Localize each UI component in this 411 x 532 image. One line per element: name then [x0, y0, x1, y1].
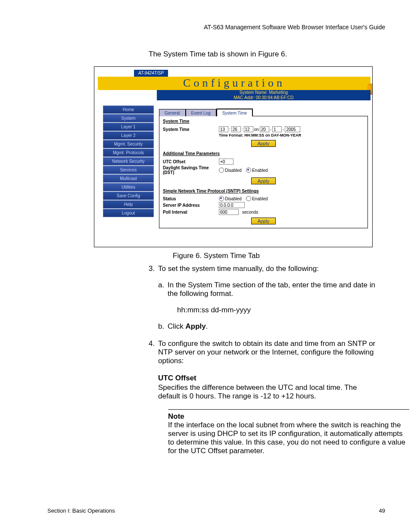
- system-info-bar: System Name: Marketing MAC Addr: 00:30:8…: [157, 90, 371, 100]
- apply-button-sntp[interactable]: Apply: [251, 218, 276, 224]
- intro-text: The System Time tab is shown in Figure 6…: [149, 50, 381, 59]
- time-hh-input[interactable]: [219, 126, 228, 132]
- sntp-enabled-label: Enabled: [252, 196, 268, 201]
- poll-interval-label: Poll Interval: [163, 210, 219, 215]
- nav-network-security[interactable]: Network Security: [103, 157, 154, 165]
- step3a-text: In the System Time section of the tab, e…: [168, 281, 381, 298]
- guide-header: AT-S63 Management Software Web Browser I…: [47, 24, 385, 31]
- step3b-suffix: .: [206, 322, 208, 330]
- section-system-time-title: System Time: [163, 119, 364, 124]
- left-nav: Home System Layer 1 Layer 2 Mgmt. Securi…: [103, 106, 154, 218]
- dst-enabled-label: Enabled: [252, 168, 268, 173]
- utc-offset-input[interactable]: [219, 159, 234, 165]
- footer-section: Section I: Basic Operations: [47, 507, 115, 514]
- section-additional-title: Additional Time Parameters: [163, 151, 364, 156]
- model-tab: AT-9424T/SP: [134, 70, 168, 77]
- note-body: If the interface on the local subnet fro…: [168, 421, 409, 455]
- tab-event-log[interactable]: Event Log: [186, 109, 216, 116]
- sep-colon: :: [229, 127, 230, 132]
- dst-disabled-radio[interactable]: [219, 168, 224, 173]
- time-ss-input[interactable]: [244, 126, 253, 132]
- time-mm-input[interactable]: [231, 126, 241, 132]
- apply-button-time[interactable]: Apply: [251, 140, 276, 147]
- step3b-letter: b.: [158, 322, 168, 331]
- utc-heading: UTC Offset: [158, 374, 381, 383]
- apply-button-params[interactable]: Apply: [251, 177, 276, 184]
- nav-mgmt-security[interactable]: Mgmt. Security: [103, 140, 154, 148]
- date-mon-input[interactable]: [272, 126, 282, 132]
- nav-layer1[interactable]: Layer 1: [103, 123, 154, 131]
- server-ip-input[interactable]: [219, 202, 245, 208]
- nav-utilities[interactable]: Utilities: [103, 183, 154, 191]
- nav-layer2[interactable]: Layer 2: [103, 131, 154, 140]
- date-dd-input[interactable]: [260, 126, 269, 132]
- nav-multicast[interactable]: Multicast: [103, 174, 154, 183]
- figure-screenshot: AT-9424T/SP Configuration System Name: M…: [94, 66, 373, 247]
- on-label: on: [254, 127, 259, 132]
- utc-offset-label: UTC Offset: [163, 159, 219, 164]
- nav-logout[interactable]: Logout: [103, 209, 154, 217]
- sntp-status-label: Status: [163, 196, 219, 201]
- step4-number: 4.: [149, 339, 158, 365]
- config-title-bar: Configuration: [98, 77, 371, 90]
- nav-help[interactable]: Help: [103, 200, 154, 208]
- tab-general[interactable]: General: [159, 109, 186, 116]
- nav-home[interactable]: Home: [103, 106, 154, 114]
- dst-label: Daylight Savings Time (DST): [163, 165, 219, 175]
- time-format-example: hh:mm:ss dd-mm-yyyy: [177, 306, 381, 314]
- sntp-enabled-radio[interactable]: [246, 196, 251, 201]
- note-box: Note If the interface on the local subne…: [168, 409, 409, 455]
- note-label: Note: [168, 412, 409, 421]
- system-time-label: System Time: [163, 127, 219, 132]
- nav-services[interactable]: Services: [103, 166, 154, 174]
- mac-addr-text: MAC Addr: 00:30:84:AB:EF:CD: [157, 95, 371, 100]
- time-format-hint: Time Format: HH:MM:SS on DAY-MON-YEAR: [219, 133, 364, 137]
- server-ip-label: Server IP Address: [163, 203, 219, 208]
- step3b-bold: Apply: [186, 322, 206, 330]
- poll-interval-input[interactable]: [219, 209, 239, 215]
- step4-text: To configure the switch to obtain its da…: [158, 339, 381, 365]
- nav-save-config[interactable]: Save Config: [103, 192, 154, 200]
- step3a-letter: a.: [158, 281, 168, 298]
- sep-dash: -: [283, 127, 284, 132]
- nav-mgmt-protocols[interactable]: Mgmt. Protocols: [103, 149, 154, 157]
- footer-page-number: 49: [379, 507, 385, 514]
- section-sntp-title: Simple Network Time Protocol (SNTP) Sett…: [163, 189, 364, 193]
- tab-strip: General Event Log System Time: [159, 108, 368, 116]
- figure-caption: Figure 6. System Time Tab: [47, 252, 385, 260]
- step3-text: To set the system time manually, do the …: [158, 264, 319, 273]
- utc-body: Specifies the difference between the UTC…: [158, 383, 381, 401]
- sntp-disabled-radio[interactable]: [219, 196, 224, 201]
- tab-panel: System Time System Time : : on - - Time …: [159, 116, 368, 228]
- date-yyyy-input[interactable]: [285, 126, 300, 132]
- sntp-disabled-label: Disabled: [225, 196, 242, 201]
- step3b-text: Click Apply.: [168, 322, 208, 331]
- dst-enabled-radio[interactable]: [246, 168, 251, 173]
- dst-disabled-label: Disabled: [225, 168, 242, 173]
- system-name-text: System Name: Marketing: [157, 90, 371, 95]
- sep-colon: :: [242, 127, 243, 132]
- config-title: Configuration: [183, 77, 285, 89]
- nav-system[interactable]: System: [103, 114, 154, 122]
- sep-dash: -: [270, 127, 271, 132]
- step3-number: 3.: [149, 264, 158, 273]
- poll-unit-label: seconds: [242, 210, 258, 215]
- step3b-prefix: Click: [168, 322, 186, 330]
- tab-system-time[interactable]: System Time: [216, 109, 253, 116]
